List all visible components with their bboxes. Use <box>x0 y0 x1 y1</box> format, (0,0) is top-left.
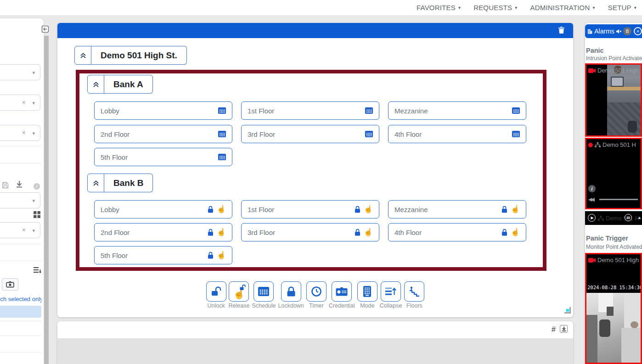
close-icon[interactable]: × <box>634 27 642 35</box>
filter-dropdown-1[interactable]: ▾ <box>0 64 40 80</box>
chevron-down-icon: ▾ <box>32 228 35 234</box>
schedule-icon <box>218 107 226 114</box>
search-selected-only-link[interactable]: rch selected only <box>0 296 41 302</box>
floor-button-bank-a-4th[interactable]: 4th Floor <box>388 125 526 143</box>
toolbar-label: Floors <box>406 302 422 309</box>
download-icon[interactable] <box>16 180 23 190</box>
floor-label: 3rd Floor <box>248 130 365 138</box>
clear-selection-icon[interactable]: × <box>22 226 26 234</box>
floor-label: 5th Floor <box>101 153 218 161</box>
filter-dropdown-2[interactable]: × ▾ <box>0 95 40 111</box>
camera-title-overlay: Demo 501 High <box>588 257 639 263</box>
schedule-button[interactable]: Schedule <box>252 281 276 309</box>
filter-dropdown-4[interactable]: ▾ <box>0 192 40 208</box>
floor-button-bank-b-mezzanine[interactable]: Mezzanine ☝ <box>388 200 526 218</box>
sidebar-scrollbar[interactable] <box>44 36 49 364</box>
floor-button-bank-b-lobby[interactable]: Lobby ☝ <box>94 200 232 218</box>
chevron-down-icon: ▾ <box>32 70 35 76</box>
scene-monitor <box>611 77 624 87</box>
lock-icon <box>208 229 214 236</box>
floor-label: Lobby <box>101 107 218 115</box>
floors-button[interactable]: Floors <box>404 281 424 309</box>
double-chevron-up-icon <box>92 81 100 88</box>
alarm-camera-tile-2[interactable]: Demo 501 H i ◀◀ <box>585 138 642 209</box>
info-glyph: i <box>36 184 38 189</box>
floor-label: 3rd Floor <box>248 229 355 236</box>
nav-requests[interactable]: REQUESTS ▾ <box>473 4 517 11</box>
floor-button-bank-b-1st[interactable]: 1st Floor ☝ <box>241 200 379 218</box>
filter-sidebar: ▾ × ▾ × ▾ i ▾ × ▾ <box>0 18 44 364</box>
divider <box>0 244 41 244</box>
grid-view-icon[interactable] <box>34 211 40 219</box>
speaker-mute-icon[interactable] <box>616 29 621 34</box>
bank-b-header-group: Bank B <box>87 174 153 192</box>
collapse-bank-a-button[interactable] <box>87 75 104 94</box>
floor-button-bank-a-5th[interactable]: 5th Floor <box>94 148 232 166</box>
clear-selection-icon[interactable]: × <box>22 129 26 136</box>
top-menu-bar: FAVORITES ▾ REQUESTS ▾ ADMINISTRATION ▾ … <box>0 0 642 15</box>
bank-a-header-group: Bank A <box>87 75 153 94</box>
sitemap-icon <box>598 216 604 221</box>
collapse-bank-b-button[interactable] <box>87 174 104 192</box>
playback-control-bar: ▶ Demo 501 H 30 ▲ <box>585 211 642 225</box>
floor-button-bank-a-2nd[interactable]: 2nd Floor <box>94 125 232 143</box>
info-glyph: i <box>591 186 593 191</box>
nav-administration[interactable]: ADMINISTRATION ▾ <box>530 4 595 11</box>
mode-button[interactable]: Mode <box>357 281 377 309</box>
rewind-icon[interactable]: ◀◀ <box>588 196 593 202</box>
alarm-camera-tile-1[interactable]: Demo 501 High <box>585 63 642 137</box>
release-button[interactable]: ☝ Release <box>229 281 250 309</box>
play-icon[interactable]: ▶ <box>588 214 596 222</box>
camera-title-overlay: Demo 501 H <box>588 141 636 148</box>
camera-name: Demo 501 H <box>606 215 639 222</box>
floor-button-bank-a-lobby[interactable]: Lobby <box>94 101 232 120</box>
floor-button-bank-b-4th[interactable]: 4th Floor ☝ <box>388 223 526 241</box>
save-icon[interactable] <box>2 182 9 190</box>
divider <box>0 261 41 261</box>
credential-button[interactable]: Credential <box>329 281 355 309</box>
timer-button[interactable]: Timer <box>306 281 327 309</box>
floor-button-bank-b-5th[interactable]: 5th Floor ☝ <box>94 246 232 264</box>
unlock-button[interactable]: Unlock <box>206 281 226 309</box>
floor-button-bank-b-3rd[interactable]: 3rd Floor ☝ <box>241 223 379 241</box>
hash-label: # <box>552 325 556 334</box>
playback-progress-bar[interactable] <box>599 199 638 200</box>
panel-resize-handle[interactable] <box>564 307 571 314</box>
lockdown-button[interactable]: Lockdown <box>278 281 304 309</box>
floor-label: Mezzanine <box>394 206 501 213</box>
floor-button-bank-a-1st[interactable]: 1st Floor <box>241 101 379 120</box>
floor-button-bank-a-mezzanine[interactable]: Mezzanine <box>388 101 526 120</box>
alarm-camera-tile-3[interactable]: Demo 501 High 2024-08-28 15:34:30 17 <box>585 253 642 364</box>
info-icon[interactable]: i <box>34 183 40 190</box>
sort-list-icon[interactable] <box>34 267 41 274</box>
hand-release-icon: ☝ <box>364 206 373 213</box>
alarms-title: Alarms <box>594 28 614 35</box>
skip-30-icon[interactable]: 30 <box>625 214 632 221</box>
secondary-panel-content <box>57 338 573 364</box>
nav-setup[interactable]: SETUP ▾ <box>608 4 636 11</box>
camera-name: Demo 501 High <box>597 257 639 263</box>
collapse-button[interactable]: Collapse <box>380 281 402 309</box>
floor-button-bank-b-2nd[interactable]: 2nd Floor ☝ <box>94 223 232 241</box>
collapse-sidebar-icon[interactable] <box>41 25 49 33</box>
camera-view-button[interactable] <box>2 278 18 291</box>
camera-timestamp: 2024-08-28 15:34:30 17 <box>587 285 641 290</box>
nav-setup-label: SETUP <box>608 4 631 11</box>
expand-up-icon[interactable]: ▲ <box>637 215 642 220</box>
export-download-icon[interactable] <box>560 325 568 333</box>
collapse-list-icon <box>385 287 396 296</box>
camera-name: Demo 501 H <box>603 141 636 148</box>
floor-button-bank-a-3rd[interactable]: 3rd Floor <box>241 125 379 143</box>
trash-icon[interactable] <box>558 27 564 35</box>
filter-dropdown-3[interactable]: × ▾ <box>0 125 40 141</box>
collapse-building-button[interactable] <box>74 46 91 65</box>
info-icon[interactable]: i <box>588 185 596 192</box>
selected-list-item[interactable] <box>0 306 41 318</box>
clear-selection-icon[interactable]: × <box>22 99 26 106</box>
filter-dropdown-5[interactable]: × ▾ <box>0 222 40 238</box>
camera-snapshot <box>607 65 641 135</box>
chevron-down-icon: ▾ <box>634 5 636 10</box>
nav-favorites[interactable]: FAVORITES ▾ <box>417 4 461 11</box>
scrollbar-thumb[interactable] <box>44 36 49 364</box>
chevron-down-icon: ▾ <box>593 5 595 10</box>
